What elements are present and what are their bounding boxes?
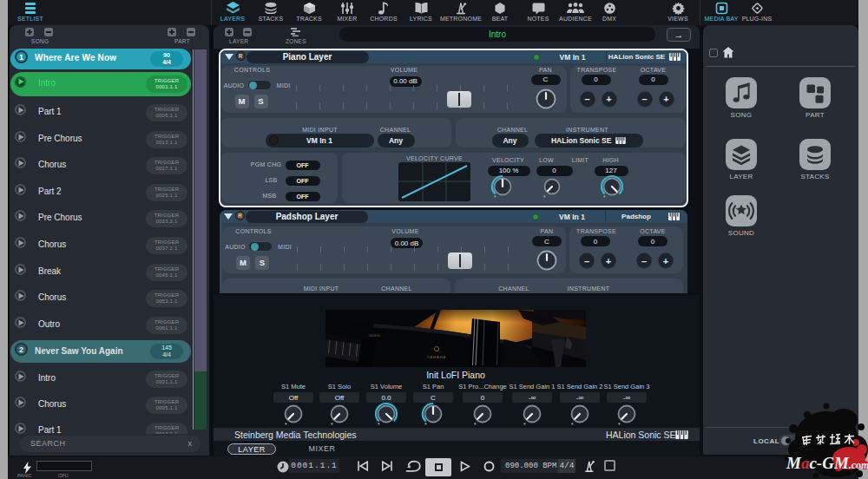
- svg-text:YAMAHA: YAMAHA: [368, 334, 380, 338]
- svg-text:YAMAHA: YAMAHA: [427, 355, 446, 359]
